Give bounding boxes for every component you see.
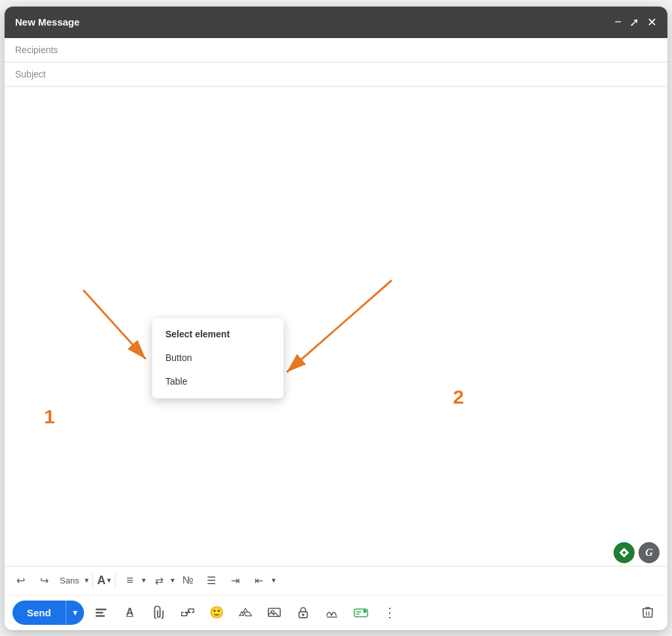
header-actions: − ➚ ✕ (614, 15, 657, 30)
plugin-icon-area: G (5, 540, 667, 566)
more-options-button[interactable]: ⋮ (378, 601, 402, 624)
svg-rect-7 (95, 615, 104, 617)
align-button[interactable]: ≡ (119, 570, 140, 591)
text-align-dropdown[interactable]: ≡ ▾ (119, 570, 146, 591)
font-size-icon: A (97, 574, 106, 587)
indent-button[interactable]: ⇥ (224, 570, 245, 591)
send-button[interactable]: Send (12, 601, 66, 625)
more-format-chevron: ▾ (272, 576, 276, 585)
svg-rect-5 (95, 608, 106, 610)
dropdown-item-button[interactable]: Button (152, 346, 284, 370)
ordered-list-button[interactable]: № (177, 570, 198, 591)
underline-button[interactable]: A (118, 601, 142, 624)
svg-rect-6 (95, 612, 103, 614)
subject-input[interactable] (15, 69, 657, 79)
redo-button[interactable]: ↪ (33, 570, 54, 591)
smart-compose-button[interactable] (349, 601, 373, 624)
line-spacing-dropdown[interactable]: ⇄ ▾ (148, 570, 175, 591)
minimize-button[interactable]: − (614, 15, 621, 29)
font-size-chevron: ▾ (107, 576, 111, 585)
compose-title: New Message (15, 16, 79, 28)
recipients-field (5, 38, 667, 62)
svg-point-11 (302, 614, 304, 616)
recipients-input[interactable] (15, 45, 657, 55)
select-element-dropdown: Select element Button Table (152, 318, 284, 398)
annotation-1: 1 (44, 406, 55, 427)
close-button[interactable]: ✕ (647, 15, 657, 30)
insert-emoji-button[interactable]: 🙂 (205, 601, 228, 624)
font-size-dropdown[interactable]: A ▾ (97, 574, 111, 587)
unordered-list-button[interactable]: ☰ (201, 570, 222, 591)
expand-button[interactable]: ➚ (629, 15, 639, 30)
dropdown-title: Select element (152, 324, 284, 346)
svg-point-14 (363, 610, 366, 613)
body-textarea[interactable] (15, 95, 657, 396)
line-spacing-button[interactable]: ⇄ (148, 570, 169, 591)
send-button-group: Send ▾ (12, 601, 84, 625)
compose-body[interactable]: 1 2 Select element Button Ta (5, 87, 667, 540)
lock-button[interactable] (291, 601, 315, 624)
compose-header: New Message − ➚ ✕ (5, 7, 667, 38)
drive-button[interactable] (234, 601, 257, 624)
signature-button[interactable] (320, 601, 344, 624)
delete-button[interactable] (636, 601, 660, 624)
insert-photo-button[interactable] (262, 601, 286, 624)
font-family-dropdown[interactable]: Sans ▾ (57, 576, 89, 585)
attach-file-button[interactable] (147, 601, 171, 624)
undo-button[interactable]: ↩ (10, 570, 31, 591)
compose-actions: Send ▾ A 🙂 (5, 595, 667, 630)
outdent-button[interactable]: ⇤ (248, 570, 269, 591)
font-family-label: Sans (57, 576, 83, 585)
dropdown-item-table[interactable]: Table (152, 370, 284, 393)
line-spacing-chevron: ▾ (171, 576, 175, 585)
formatting-toolbar: ↩ ↪ Sans ▾ A ▾ ≡ ▾ ⇄ ▾ № ☰ ⇥ ⇤ ▾ (5, 566, 667, 595)
more-format-dropdown[interactable]: ▾ (272, 576, 276, 585)
formatting-toggle-button[interactable] (89, 601, 113, 624)
send-options-button[interactable]: ▾ (66, 601, 84, 624)
insert-link-button[interactable] (176, 601, 200, 624)
toolbar-sep-1 (93, 573, 93, 587)
subject-field (5, 62, 667, 87)
plugin-icon-g[interactable]: G (639, 542, 660, 563)
align-chevron: ▾ (142, 576, 146, 585)
toolbar-sep-2 (115, 573, 116, 587)
svg-point-4 (623, 551, 626, 554)
compose-window: New Message − ➚ ✕ 1 2 (5, 7, 667, 630)
plugin-icon-diamond[interactable] (614, 542, 635, 563)
font-family-chevron: ▾ (85, 576, 89, 585)
